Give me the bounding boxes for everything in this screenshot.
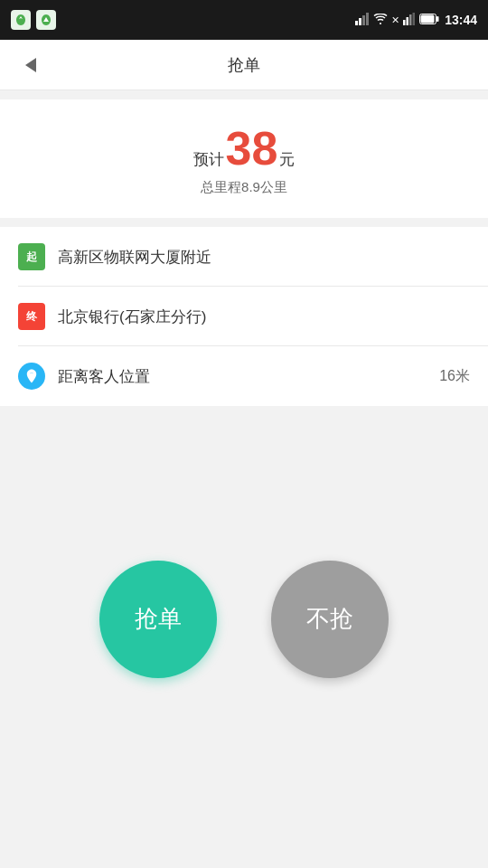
time-display: 13:44 xyxy=(445,13,477,27)
svg-rect-6 xyxy=(409,14,412,25)
page-title: 抢单 xyxy=(228,54,260,76)
status-left xyxy=(11,10,56,30)
action-section: 抢单 不抢 xyxy=(0,406,488,868)
customer-distance-label: 距离客人位置 xyxy=(58,366,439,387)
customer-distance-value: 16米 xyxy=(439,367,470,386)
battery-icon xyxy=(419,14,439,27)
total-distance: 总里程8.9公里 xyxy=(0,179,488,196)
info-section: 起 高新区物联网大厦附近 终 北京银行(石家庄分行) 距离客人位置 16米 xyxy=(0,227,488,406)
svg-rect-3 xyxy=(366,13,369,25)
svg-rect-9 xyxy=(436,16,439,22)
price-suffix: 元 xyxy=(279,149,295,170)
svg-rect-0 xyxy=(355,21,358,25)
start-icon: 起 xyxy=(18,243,45,270)
svg-rect-10 xyxy=(421,14,435,23)
end-location-text: 北京银行(石家庄分行) xyxy=(58,307,470,327)
end-location-item: 终 北京银行(石家庄分行) xyxy=(0,287,488,346)
svg-rect-5 xyxy=(407,17,409,25)
status-bar: ✕ 13:44 xyxy=(0,0,488,40)
main-content: 抢单 预计 38 元 总里程8.9公里 起 高新区物联网大厦附近 终 北京银行(… xyxy=(0,40,488,868)
back-arrow-icon xyxy=(25,58,36,72)
price-section: 预计 38 元 总里程8.9公里 xyxy=(0,99,488,218)
price-prefix: 预计 xyxy=(193,149,224,170)
x-signal-icon: ✕ xyxy=(391,14,399,26)
skip-order-button[interactable]: 不抢 xyxy=(271,561,389,678)
grab-order-button[interactable]: 抢单 xyxy=(99,561,217,678)
end-icon: 终 xyxy=(18,303,45,330)
customer-distance-item: 距离客人位置 16米 xyxy=(0,346,488,406)
svg-rect-7 xyxy=(413,13,416,25)
wifi-icon xyxy=(373,14,388,27)
app-icon-1 xyxy=(11,10,31,30)
svg-rect-4 xyxy=(403,20,406,25)
signal-bars-icon xyxy=(355,13,370,28)
mobile-signal-icon xyxy=(403,13,416,28)
page-header: 抢单 xyxy=(0,40,488,90)
back-button[interactable] xyxy=(14,49,47,81)
price-amount: 38 xyxy=(226,125,278,172)
status-right: ✕ 13:44 xyxy=(355,13,477,28)
start-location-item: 起 高新区物联网大厦附近 xyxy=(0,227,488,287)
svg-rect-2 xyxy=(362,15,365,25)
price-row: 预计 38 元 xyxy=(0,125,488,172)
app-icon-2 xyxy=(36,10,56,30)
start-location-text: 高新区物联网大厦附近 xyxy=(58,247,470,268)
location-icon xyxy=(18,363,45,390)
svg-rect-1 xyxy=(359,18,361,25)
